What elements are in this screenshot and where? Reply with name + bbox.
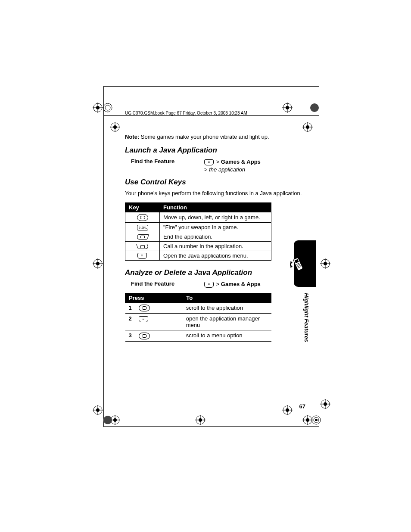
col-header-function: Function (160, 203, 271, 212)
svg-point-35 (103, 416, 112, 424)
registration-mark-icon (93, 103, 103, 113)
svg-rect-55 (293, 258, 303, 271)
find-feature-label: Find the Feature (131, 280, 204, 287)
key-5-icon: 5 JKL (137, 225, 148, 230)
table-row: ≡ Open the Java applications menu. (125, 251, 271, 261)
corner-dot-icon (309, 103, 320, 113)
registration-mark-icon (282, 405, 293, 415)
crop-line (103, 115, 319, 116)
path-the-application: the application (209, 166, 245, 173)
func-text: Call a number in the application. (160, 241, 271, 251)
phone-icon (289, 256, 306, 273)
func-text: "Fire" your weapon in a game. (160, 222, 271, 232)
step-desc: open the application manager menu (183, 314, 271, 330)
col-header-key: Key (125, 203, 160, 212)
print-header-path: UG.C370.GSM.book Page 67 Friday, October… (125, 111, 247, 115)
find-feature-label: Find the Feature (131, 158, 204, 165)
table-row: Move up, down, left, or right in a game. (125, 212, 271, 223)
section-title-control-keys: Use Control Keys (125, 178, 310, 187)
step-desc: scroll to the application (183, 302, 271, 314)
col-header-press: Press (125, 293, 183, 302)
note-body: Some games make your phone vibrate and l… (139, 134, 269, 140)
step-number: 3 (125, 330, 135, 342)
gt: > (216, 159, 220, 165)
find-feature-row: Find the Feature ≡ > Games & Apps > the … (125, 158, 310, 174)
col-header-to: To (183, 293, 271, 302)
note-text: Note: Some games make your phone vibrate… (125, 134, 310, 140)
svg-point-54 (315, 419, 318, 421)
registration-mark-icon (320, 258, 330, 269)
step-number: 1 (125, 302, 135, 314)
func-text: End the application. (160, 232, 271, 241)
registration-mark-icon (93, 258, 103, 269)
menu-key-icon: ≡ (204, 159, 214, 165)
registration-mark-icon (282, 103, 293, 113)
svg-point-17 (103, 103, 112, 112)
path-games-apps: Games & Apps (221, 281, 261, 287)
table-row: Call a number in the application. (125, 241, 271, 251)
section-title-launch: Launch a Java Application (125, 146, 310, 155)
step-number: 2 (125, 314, 135, 330)
thumb-tab (294, 240, 316, 287)
corner-dot-icon (311, 415, 321, 425)
step-desc: scroll to a menu option (183, 330, 271, 342)
registration-mark-icon (93, 405, 103, 415)
nav-key-icon (139, 333, 150, 339)
table-row: 2 ≡ open the application manager menu (125, 314, 271, 330)
crop-line (103, 426, 319, 427)
menu-key-icon: ≡ (139, 316, 148, 322)
corner-dot-icon (103, 415, 113, 425)
gt: > (216, 281, 220, 287)
crop-line (319, 86, 319, 426)
crop-line (103, 86, 104, 426)
side-section-label: Highlight Features (303, 293, 310, 342)
control-keys-body: Your phone's keys perform the following … (125, 190, 310, 197)
crop-line (103, 86, 319, 87)
press-to-table: Press To 1 scroll to the application 2 ≡… (125, 293, 271, 342)
menu-key-icon: ≡ (137, 253, 147, 259)
func-text: Open the Java applications menu. (160, 251, 271, 261)
table-row: 3 scroll to a menu option (125, 330, 271, 342)
gt: > (204, 166, 208, 173)
control-keys-table: Key Function Move up, down, left, or rig… (125, 202, 271, 261)
menu-key-icon: ≡ (204, 282, 214, 288)
table-row: 1 scroll to the application (125, 302, 271, 314)
end-key-icon (136, 234, 149, 240)
feature-path: ≡ > Games & Apps (204, 280, 261, 288)
registration-mark-icon (195, 415, 206, 425)
section-title-analyze-delete: Analyze or Delete a Java Application (125, 268, 310, 277)
nav-key-icon (137, 214, 148, 221)
feature-path: ≡ > Games & Apps > the application (204, 158, 261, 174)
registration-mark-icon (302, 122, 313, 132)
svg-point-18 (105, 105, 110, 110)
note-label: Note: (125, 134, 139, 140)
send-key-icon (136, 244, 149, 249)
find-feature-row: Find the Feature ≡ > Games & Apps (125, 280, 310, 288)
registration-mark-icon (110, 122, 120, 132)
nav-key-icon (139, 305, 150, 311)
registration-mark-icon (320, 399, 330, 409)
path-games-apps: Games & Apps (221, 159, 261, 165)
func-text: Move up, down, left, or right in a game. (160, 212, 271, 223)
table-row: 5 JKL "Fire" your weapon in a game. (125, 222, 271, 232)
table-row: End the application. (125, 232, 271, 241)
svg-point-16 (310, 103, 319, 112)
corner-dot-icon (103, 103, 113, 113)
page-number: 67 (299, 403, 305, 410)
